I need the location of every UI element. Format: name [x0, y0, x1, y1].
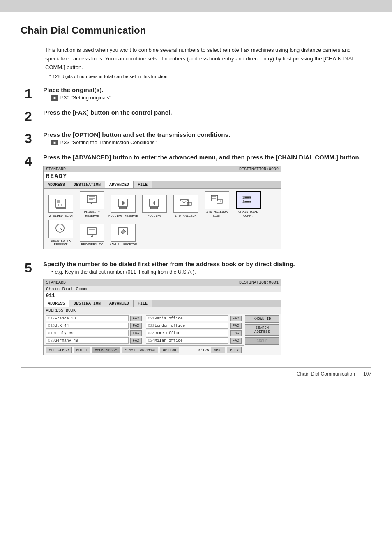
screen1-tab-advanced[interactable]: ADVANCED — [105, 181, 134, 188]
addr-name-right-3[interactable]: 024Milan office — [146, 337, 228, 344]
step-1-sub: ▣ P.30 "Setting originals" — [51, 95, 371, 101]
svg-text:★: ★ — [90, 202, 92, 205]
icon-chain-dial[interactable]: 1▣▣▣2▣▣▣ CHAIN DIAL COMM. — [233, 191, 263, 217]
addr-row-left-2: 019Italy 39 FAX — [46, 330, 142, 336]
screen2-mode: Chain Dial Comm. — [44, 286, 281, 292]
addr-name-left-3[interactable]: 020Germany 49 — [46, 337, 129, 344]
step-4: 4 Press the [ADVANCED] button to enter t… — [25, 154, 371, 252]
addr-row-right-2: 023Rome office FAX — [146, 330, 242, 336]
addr-row-right-1: 022London office FAX — [146, 323, 242, 329]
addr-name-left-1[interactable]: 018U.K 44 — [46, 323, 129, 329]
screen1-tabs: ADDRESS DESTINATION ADVANCED FILE — [44, 181, 281, 189]
screen2-tab-file[interactable]: FILE — [134, 300, 152, 307]
addr-fax-right-2[interactable]: FAX — [230, 330, 242, 336]
icon-delayed-tx[interactable]: DELAYED TX RESERVE — [46, 220, 76, 246]
page-title: Chain Dial Communication — [21, 25, 371, 39]
step-1-number: 1 — [25, 86, 43, 100]
btn-all-clear[interactable]: ALL CLEAR — [46, 347, 72, 353]
screen1-icons-row2: DELAYED TX RESERVE ↩ RECOVERY TX — [44, 220, 281, 249]
addr-fax-right-3[interactable]: FAX — [230, 338, 242, 344]
addr-col-left: 017France 33 FAX 018U.K 44 FAX — [46, 315, 142, 344]
footer-page: 107 — [363, 371, 371, 377]
svg-marker-13 — [153, 201, 155, 205]
addr-name-right-2[interactable]: 023Rome office — [146, 330, 228, 336]
icon-itu-mailbox[interactable]: + ITU MAILBOX — [171, 195, 201, 217]
btn-email-address[interactable]: E-MAIL ADDRESS — [122, 347, 159, 353]
addr-fax-left-2[interactable]: FAX — [130, 330, 142, 336]
icon-recovery-tx[interactable]: ↩ RECOVERY TX — [77, 224, 107, 246]
btn-next[interactable]: Next — [211, 347, 226, 353]
screen1-icons-row1: |||| 2-SIDED SCAN ★ PRIORITY RESERVE — [44, 189, 281, 220]
icon-itu-mailbox-list[interactable]: + ITU MAILBOX LIST — [202, 191, 232, 217]
intro-paragraph: This function is used when you want to c… — [45, 46, 371, 72]
svg-rect-1 — [57, 200, 60, 203]
svg-text:||||: |||| — [58, 203, 64, 206]
btn-search-address[interactable]: SEARCH ADDRESS — [245, 324, 279, 336]
addr-name-left-2[interactable]: 019Italy 39 — [46, 330, 129, 336]
step-4-title: Press the [ADVANCED] button to enter the… — [43, 154, 371, 161]
svg-marker-33 — [121, 229, 126, 234]
screen1-standard: STANDARD — [46, 167, 66, 171]
screen1-tab-file[interactable]: FILE — [134, 181, 152, 188]
screen2-tabs: ADDRESS DESTINATION ADVANCED FILE — [44, 300, 281, 307]
screen2-page-info: 3/125 — [198, 348, 209, 352]
addr-fax-left-1[interactable]: FAX — [130, 323, 142, 329]
screen2-destination: DESTINATION:0001 — [239, 280, 279, 285]
svg-line-27 — [60, 228, 62, 230]
icon-manual-receive[interactable]: MANUAL RECEIVE — [108, 224, 138, 246]
step-4-number: 4 — [25, 154, 43, 168]
addr-main: 017France 33 FAX 018U.K 44 FAX — [44, 314, 244, 355]
icon-priority-reserve[interactable]: ★ PRIORITY RESERVE — [77, 191, 107, 217]
intro-note: * 128 digits of numbers in total can be … — [49, 74, 371, 79]
screen2-address-table: 017France 33 FAX 018U.K 44 FAX — [44, 314, 244, 345]
btn-back-space[interactable]: BACK SPACE — [92, 347, 120, 353]
step-5: 5 Specify the number to be dialed first … — [25, 261, 371, 355]
icon-priority-reserve-box: ★ — [80, 191, 104, 209]
book-icon-3: ▣ — [51, 140, 58, 145]
screen1-top-bar: STANDARD DESTINATION:0000 — [44, 166, 281, 172]
addr-fax-right-0[interactable]: FAX — [230, 316, 242, 321]
addr-name-right-1[interactable]: 022London office — [146, 323, 228, 329]
icon-2sided-scan[interactable]: |||| 2-SIDED SCAN — [46, 195, 76, 217]
btn-known-id[interactable]: KNOWN ID — [245, 315, 279, 323]
screen2-standard: STANDARD — [46, 280, 66, 285]
icon-polling-box — [142, 195, 167, 213]
icon-delayed-tx-box — [48, 220, 73, 238]
addr-fax-left-0[interactable]: FAX — [130, 316, 142, 321]
btn-prev[interactable]: Prev — [227, 347, 242, 353]
svg-text:1▣▣▣: 1▣▣▣ — [242, 196, 251, 200]
svg-text:+: + — [189, 203, 191, 206]
screen1-destination: DESTINATION:0000 — [239, 167, 279, 171]
btn-group[interactable]: GROUP — [245, 337, 279, 345]
svg-text:+: + — [219, 200, 221, 203]
icon-polling-reserve[interactable]: POLLING RESERVE — [108, 195, 138, 217]
screen2-tab-address[interactable]: ADDRESS — [44, 300, 69, 307]
svg-text:↩: ↩ — [91, 234, 93, 239]
screen1-tab-address[interactable]: ADDRESS — [44, 181, 69, 188]
icon-polling[interactable]: POLLING — [140, 195, 169, 217]
screen2-tab-advanced[interactable]: ADVANCED — [105, 300, 134, 307]
icon-2sided-scan-box: |||| — [48, 195, 73, 213]
addr-row-right-0: 021Paris office FAX — [146, 315, 242, 321]
btn-option[interactable]: OPTION — [160, 347, 179, 353]
addr-fax-left-3[interactable]: FAX — [130, 338, 142, 344]
svg-rect-14 — [150, 207, 158, 209]
icon-chain-dial-box: 1▣▣▣2▣▣▣ — [236, 191, 261, 209]
addr-fax-right-1[interactable]: FAX — [230, 323, 242, 329]
icon-manual-receive-box — [111, 224, 136, 242]
icon-itu-mailbox-box: + — [173, 195, 198, 213]
btn-multi[interactable]: MULTI — [74, 347, 90, 353]
addr-name-left-0[interactable]: 017France 33 — [46, 315, 129, 321]
svg-rect-4 — [87, 195, 96, 203]
page-footer: Chain Dial Communication 107 — [21, 367, 371, 377]
step-1: 1 Place the original(s). ▣ P.30 "Setting… — [25, 86, 371, 101]
screen1-tab-destination[interactable]: DESTINATION — [69, 181, 105, 188]
screen2-tab-destination[interactable]: DESTINATION — [69, 300, 105, 307]
step-2: 2 Press the [FAX] button on the control … — [25, 109, 371, 123]
addr-side-buttons: KNOWN ID SEARCH ADDRESS GROUP — [244, 314, 281, 355]
addr-row-right-3: 024Milan office FAX — [146, 337, 242, 344]
screen2-header: STANDARD DESTINATION:0001 — [44, 279, 281, 286]
addr-name-right-0[interactable]: 021Paris office — [146, 315, 228, 321]
device-screen-2: STANDARD DESTINATION:0001 Chain Dial Com… — [43, 279, 281, 355]
screen2-input: 011 — [44, 292, 281, 300]
